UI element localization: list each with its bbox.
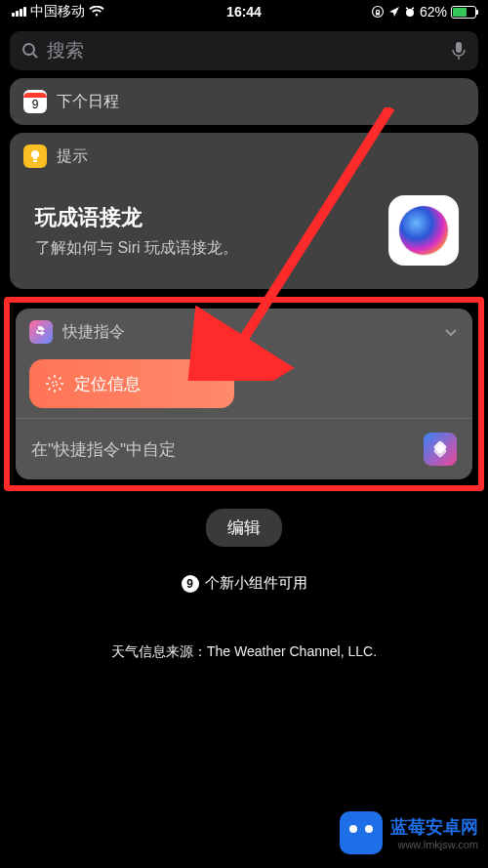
tips-icon [23,145,47,168]
customize-label: 在"快捷指令"中自定 [31,438,176,461]
wifi-icon [89,6,104,18]
shortcuts-widget-label: 快捷指令 [62,322,125,343]
status-right: 62% [371,4,476,20]
signal-icon [12,7,26,17]
status-left: 中国移动 [12,3,104,21]
search-input[interactable] [47,40,443,62]
svg-rect-1 [376,13,380,16]
calendar-icon: 9 [23,90,47,113]
carrier: 中国移动 [30,3,85,21]
annotation-highlight: 快捷指令 定位信息 在"快捷指令"中自定 [4,297,484,491]
customize-row[interactable]: 在"快捷指令"中自定 [16,419,472,479]
watermark-robot-icon [340,811,383,854]
search-icon [21,42,39,60]
svg-rect-4 [456,42,462,53]
svg-point-6 [53,382,58,387]
watermark: 蓝莓安卓网 www.lmkjsw.com [340,811,478,854]
svg-point-3 [23,44,34,55]
calendar-widget[interactable]: 9 下个日程 [10,78,478,125]
status-bar: 中国移动 16:44 62% [0,0,488,23]
burst-icon [45,374,64,393]
svg-line-12 [60,389,61,391]
svg-line-14 [60,378,61,380]
svg-point-2 [406,9,414,17]
siri-icon [388,195,459,266]
svg-line-13 [49,389,51,391]
tips-subtitle: 了解如何与 Siri 玩成语接龙。 [35,238,238,259]
tips-widget-label: 提示 [57,146,88,167]
battery-icon [451,6,476,19]
watermark-title: 蓝莓安卓网 [390,815,478,839]
widgets-available-text: 个新小组件可用 [205,574,307,593]
mic-icon[interactable] [451,41,467,61]
tips-title: 玩成语接龙 [35,203,238,232]
status-time: 16:44 [226,4,262,20]
count-badge: 9 [182,575,199,593]
weather-source: 天气信息来源：The Weather Channel, LLC. [0,643,488,661]
tips-widget[interactable]: 提示 玩成语接龙 了解如何与 Siri 玩成语接龙。 [10,133,478,289]
shortcuts-icon [29,320,53,344]
svg-line-11 [49,378,51,380]
watermark-url: www.lmkjsw.com [390,839,478,850]
battery-pct: 62% [420,4,447,20]
widgets-available[interactable]: 9 个新小组件可用 [0,574,488,593]
svg-point-0 [372,7,383,18]
orientation-lock-icon [371,5,385,19]
alarm-icon [404,6,416,18]
location-arrow-icon [388,6,400,18]
location-shortcut-chip[interactable]: 定位信息 [29,359,234,408]
shortcuts-widget[interactable]: 快捷指令 定位信息 在"快捷指令"中自定 [16,309,472,479]
location-chip-label: 定位信息 [74,373,141,395]
search-bar[interactable] [10,31,478,70]
chevron-down-icon[interactable] [443,324,459,340]
shortcuts-app-icon [424,433,457,466]
edit-button[interactable]: 编辑 [206,509,282,547]
calendar-widget-title: 下个日程 [57,92,119,112]
